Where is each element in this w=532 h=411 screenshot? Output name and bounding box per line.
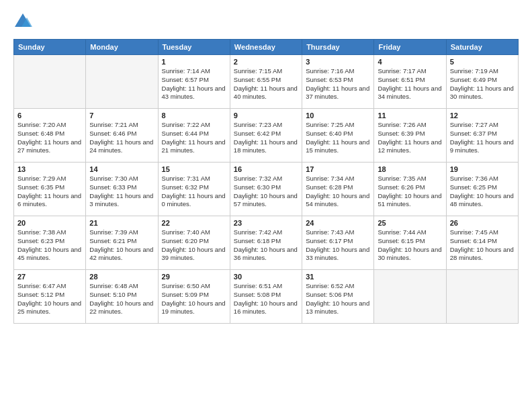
calendar-cell: 12Sunrise: 7:27 AMSunset: 6:37 PMDayligh…	[446, 109, 518, 163]
day-number: 19	[450, 165, 515, 173]
day-detail: Sunrise: 6:51 AMSunset: 5:08 PMDaylight:…	[234, 282, 298, 316]
day-detail: Sunrise: 7:29 AMSunset: 6:35 PMDaylight:…	[17, 175, 82, 209]
day-number: 1	[162, 58, 226, 66]
calendar-cell: 1Sunrise: 7:14 AMSunset: 6:57 PMDaylight…	[158, 55, 230, 109]
day-detail: Sunrise: 7:44 AMSunset: 6:15 PMDaylight:…	[378, 228, 442, 263]
calendar-cell: 13Sunrise: 7:29 AMSunset: 6:35 PMDayligh…	[14, 163, 86, 216]
day-number: 21	[89, 219, 154, 227]
calendar-cell: 6Sunrise: 7:20 AMSunset: 6:48 PMDaylight…	[14, 109, 86, 163]
day-number: 4	[378, 58, 442, 66]
calendar-cell: 10Sunrise: 7:25 AMSunset: 6:40 PMDayligh…	[302, 109, 374, 163]
week-row-3: 13Sunrise: 7:29 AMSunset: 6:35 PMDayligh…	[14, 163, 519, 216]
calendar-cell	[14, 55, 86, 109]
calendar-cell: 9Sunrise: 7:23 AMSunset: 6:42 PMDaylight…	[230, 109, 302, 163]
calendar-table: SundayMondayTuesdayWednesdayThursdayFrid…	[13, 39, 519, 324]
calendar-cell: 15Sunrise: 7:31 AMSunset: 6:32 PMDayligh…	[158, 163, 230, 216]
day-detail: Sunrise: 7:38 AMSunset: 6:23 PMDaylight:…	[17, 228, 82, 263]
day-detail: Sunrise: 7:21 AMSunset: 6:46 PMDaylight:…	[89, 121, 154, 155]
day-detail: Sunrise: 7:14 AMSunset: 6:57 PMDaylight:…	[162, 67, 226, 101]
calendar-cell: 8Sunrise: 7:22 AMSunset: 6:44 PMDaylight…	[158, 109, 230, 163]
day-number: 17	[306, 165, 370, 173]
calendar-cell: 29Sunrise: 6:50 AMSunset: 5:09 PMDayligh…	[158, 270, 230, 324]
day-detail: Sunrise: 7:22 AMSunset: 6:44 PMDaylight:…	[162, 121, 226, 155]
calendar-cell: 7Sunrise: 7:21 AMSunset: 6:46 PMDaylight…	[86, 109, 158, 163]
weekday-wednesday: Wednesday	[230, 40, 302, 55]
day-number: 18	[378, 165, 442, 173]
calendar-cell: 23Sunrise: 7:42 AMSunset: 6:18 PMDayligh…	[230, 216, 302, 270]
calendar-cell: 11Sunrise: 7:26 AMSunset: 6:39 PMDayligh…	[374, 109, 446, 163]
calendar-cell: 20Sunrise: 7:38 AMSunset: 6:23 PMDayligh…	[14, 216, 86, 270]
calendar-cell: 2Sunrise: 7:15 AMSunset: 6:55 PMDaylight…	[230, 55, 302, 109]
day-number: 29	[162, 273, 226, 281]
day-detail: Sunrise: 6:47 AMSunset: 5:12 PMDaylight:…	[17, 282, 82, 316]
day-number: 23	[234, 219, 298, 227]
day-number: 9	[234, 111, 298, 120]
day-number: 8	[162, 111, 226, 120]
day-detail: Sunrise: 7:26 AMSunset: 6:39 PMDaylight:…	[378, 121, 442, 155]
day-detail: Sunrise: 6:50 AMSunset: 5:09 PMDaylight:…	[162, 282, 226, 316]
day-detail: Sunrise: 7:20 AMSunset: 6:48 PMDaylight:…	[17, 121, 82, 155]
day-detail: Sunrise: 7:36 AMSunset: 6:25 PMDaylight:…	[450, 175, 515, 209]
weekday-tuesday: Tuesday	[158, 40, 230, 55]
day-number: 5	[450, 58, 515, 66]
weekday-header-row: SundayMondayTuesdayWednesdayThursdayFrid…	[14, 40, 519, 55]
day-number: 24	[306, 219, 370, 227]
calendar-header: SundayMondayTuesdayWednesdayThursdayFrid…	[14, 40, 519, 55]
calendar-cell: 18Sunrise: 7:35 AMSunset: 6:26 PMDayligh…	[374, 163, 446, 216]
day-number: 15	[162, 165, 226, 173]
week-row-2: 6Sunrise: 7:20 AMSunset: 6:48 PMDaylight…	[14, 109, 519, 163]
calendar-cell: 26Sunrise: 7:45 AMSunset: 6:14 PMDayligh…	[446, 216, 518, 270]
day-detail: Sunrise: 6:48 AMSunset: 5:10 PMDaylight:…	[89, 282, 154, 316]
day-detail: Sunrise: 7:23 AMSunset: 6:42 PMDaylight:…	[234, 121, 298, 155]
weekday-saturday: Saturday	[446, 40, 518, 55]
calendar-cell: 22Sunrise: 7:40 AMSunset: 6:20 PMDayligh…	[158, 216, 230, 270]
calendar-cell: 25Sunrise: 7:44 AMSunset: 6:15 PMDayligh…	[374, 216, 446, 270]
day-number: 13	[17, 165, 82, 173]
day-detail: Sunrise: 7:30 AMSunset: 6:33 PMDaylight:…	[89, 175, 154, 209]
day-number: 30	[234, 273, 298, 281]
day-detail: Sunrise: 7:43 AMSunset: 6:17 PMDaylight:…	[306, 228, 370, 263]
day-detail: Sunrise: 7:32 AMSunset: 6:30 PMDaylight:…	[234, 175, 298, 209]
day-detail: Sunrise: 7:27 AMSunset: 6:37 PMDaylight:…	[450, 121, 515, 155]
day-number: 25	[378, 219, 442, 227]
logo-icon	[13, 12, 32, 31]
day-number: 11	[378, 111, 442, 120]
day-detail: Sunrise: 7:45 AMSunset: 6:14 PMDaylight:…	[450, 228, 515, 263]
header	[13, 12, 519, 31]
day-number: 2	[234, 58, 298, 66]
day-detail: Sunrise: 7:39 AMSunset: 6:21 PMDaylight:…	[89, 228, 154, 263]
calendar-cell: 31Sunrise: 6:52 AMSunset: 5:06 PMDayligh…	[302, 270, 374, 324]
day-number: 22	[162, 219, 226, 227]
day-detail: Sunrise: 7:40 AMSunset: 6:20 PMDaylight:…	[162, 228, 226, 263]
calendar-cell: 3Sunrise: 7:16 AMSunset: 6:53 PMDaylight…	[302, 55, 374, 109]
day-number: 14	[89, 165, 154, 173]
calendar-body: 1Sunrise: 7:14 AMSunset: 6:57 PMDaylight…	[14, 55, 519, 324]
calendar-cell: 4Sunrise: 7:17 AMSunset: 6:51 PMDaylight…	[374, 55, 446, 109]
page: SundayMondayTuesdayWednesdayThursdayFrid…	[0, 0, 532, 330]
day-detail: Sunrise: 7:25 AMSunset: 6:40 PMDaylight:…	[306, 121, 370, 155]
calendar-cell	[446, 270, 518, 324]
day-detail: Sunrise: 7:35 AMSunset: 6:26 PMDaylight:…	[378, 175, 442, 209]
day-number: 20	[17, 219, 82, 227]
weekday-thursday: Thursday	[302, 40, 374, 55]
calendar-cell	[374, 270, 446, 324]
calendar-cell: 19Sunrise: 7:36 AMSunset: 6:25 PMDayligh…	[446, 163, 518, 216]
day-detail: Sunrise: 7:34 AMSunset: 6:28 PMDaylight:…	[306, 175, 370, 209]
week-row-5: 27Sunrise: 6:47 AMSunset: 5:12 PMDayligh…	[14, 270, 519, 324]
day-detail: Sunrise: 7:19 AMSunset: 6:49 PMDaylight:…	[450, 67, 515, 101]
calendar-cell: 14Sunrise: 7:30 AMSunset: 6:33 PMDayligh…	[86, 163, 158, 216]
day-number: 12	[450, 111, 515, 120]
calendar-cell: 21Sunrise: 7:39 AMSunset: 6:21 PMDayligh…	[86, 216, 158, 270]
calendar-cell: 28Sunrise: 6:48 AMSunset: 5:10 PMDayligh…	[86, 270, 158, 324]
calendar-cell: 27Sunrise: 6:47 AMSunset: 5:12 PMDayligh…	[14, 270, 86, 324]
weekday-monday: Monday	[86, 40, 158, 55]
day-number: 6	[17, 111, 82, 120]
logo	[13, 12, 35, 31]
day-detail: Sunrise: 7:42 AMSunset: 6:18 PMDaylight:…	[234, 228, 298, 263]
weekday-friday: Friday	[374, 40, 446, 55]
day-number: 7	[89, 111, 154, 120]
day-number: 31	[306, 273, 370, 281]
day-detail: Sunrise: 6:52 AMSunset: 5:06 PMDaylight:…	[306, 282, 370, 316]
calendar-cell: 24Sunrise: 7:43 AMSunset: 6:17 PMDayligh…	[302, 216, 374, 270]
day-number: 10	[306, 111, 370, 120]
